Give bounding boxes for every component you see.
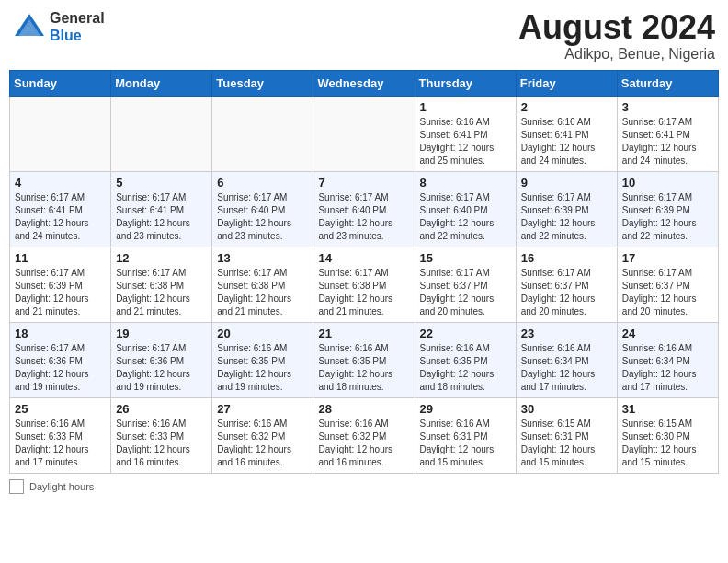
day-info: Sunrise: 6:16 AM Sunset: 6:35 PM Dayligh… — [217, 342, 308, 394]
calendar-cell: 22Sunrise: 6:16 AM Sunset: 6:35 PM Dayli… — [415, 322, 516, 397]
day-info: Sunrise: 6:16 AM Sunset: 6:32 PM Dayligh… — [318, 418, 409, 469]
day-info: Sunrise: 6:16 AM Sunset: 6:34 PM Dayligh… — [622, 342, 713, 394]
day-info: Sunrise: 6:17 AM Sunset: 6:41 PM Dayligh… — [622, 116, 713, 167]
calendar-cell: 31Sunrise: 6:15 AM Sunset: 6:30 PM Dayli… — [617, 397, 718, 473]
day-info: Sunrise: 6:16 AM Sunset: 6:35 PM Dayligh… — [318, 342, 409, 394]
day-number: 10 — [622, 176, 713, 190]
calendar-cell: 4Sunrise: 6:17 AM Sunset: 6:41 PM Daylig… — [10, 171, 111, 247]
day-number: 4 — [15, 176, 106, 190]
calendar-cell: 12Sunrise: 6:17 AM Sunset: 6:38 PM Dayli… — [111, 247, 212, 322]
calendar-cell: 3Sunrise: 6:17 AM Sunset: 6:41 PM Daylig… — [617, 96, 718, 171]
calendar-header-row: SundayMondayTuesdayWednesdayThursdayFrid… — [10, 70, 719, 96]
day-number: 6 — [217, 176, 308, 190]
day-number: 31 — [622, 402, 713, 416]
day-number: 30 — [521, 402, 612, 416]
day-info: Sunrise: 6:17 AM Sunset: 6:36 PM Dayligh… — [116, 342, 207, 394]
title-block: August 2024 Adikpo, Benue, Nigeria — [518, 9, 715, 63]
calendar-cell: 20Sunrise: 6:16 AM Sunset: 6:35 PM Dayli… — [212, 322, 313, 397]
calendar-cell: 25Sunrise: 6:16 AM Sunset: 6:33 PM Dayli… — [10, 397, 111, 473]
day-info: Sunrise: 6:17 AM Sunset: 6:36 PM Dayligh… — [15, 342, 106, 394]
calendar-cell: 10Sunrise: 6:17 AM Sunset: 6:39 PM Dayli… — [617, 171, 718, 247]
calendar-day-header: Friday — [516, 70, 617, 96]
day-info: Sunrise: 6:16 AM Sunset: 6:32 PM Dayligh… — [217, 418, 308, 469]
day-number: 11 — [15, 251, 106, 265]
calendar-cell: 23Sunrise: 6:16 AM Sunset: 6:34 PM Dayli… — [516, 322, 617, 397]
day-info: Sunrise: 6:17 AM Sunset: 6:40 PM Dayligh… — [420, 191, 511, 243]
calendar-cell: 9Sunrise: 6:17 AM Sunset: 6:39 PM Daylig… — [516, 171, 617, 247]
calendar-cell: 16Sunrise: 6:17 AM Sunset: 6:37 PM Dayli… — [516, 247, 617, 322]
calendar-day-header: Sunday — [10, 70, 111, 96]
day-info: Sunrise: 6:16 AM Sunset: 6:33 PM Dayligh… — [116, 418, 207, 469]
calendar-day-header: Saturday — [617, 70, 718, 96]
calendar-cell: 14Sunrise: 6:17 AM Sunset: 6:38 PM Dayli… — [313, 247, 415, 322]
calendar-week-row: 4Sunrise: 6:17 AM Sunset: 6:41 PM Daylig… — [10, 171, 719, 247]
day-number: 25 — [15, 402, 106, 416]
day-number: 12 — [116, 251, 207, 265]
day-number: 19 — [116, 327, 207, 340]
day-number: 28 — [318, 402, 409, 416]
calendar-cell: 7Sunrise: 6:17 AM Sunset: 6:40 PM Daylig… — [313, 171, 415, 247]
day-info: Sunrise: 6:16 AM Sunset: 6:35 PM Dayligh… — [420, 342, 511, 394]
day-number: 13 — [217, 251, 308, 265]
daylight-label: Daylight hours — [29, 481, 94, 492]
calendar-cell: 29Sunrise: 6:16 AM Sunset: 6:31 PM Dayli… — [415, 397, 516, 473]
day-info: Sunrise: 6:15 AM Sunset: 6:31 PM Dayligh… — [521, 418, 612, 469]
calendar-cell: 11Sunrise: 6:17 AM Sunset: 6:39 PM Dayli… — [10, 247, 111, 322]
calendar-cell: 8Sunrise: 6:17 AM Sunset: 6:40 PM Daylig… — [415, 171, 516, 247]
calendar-cell: 27Sunrise: 6:16 AM Sunset: 6:32 PM Dayli… — [212, 397, 313, 473]
day-number: 5 — [116, 176, 207, 190]
calendar-table: SundayMondayTuesdayWednesdayThursdayFrid… — [9, 70, 719, 474]
day-number: 23 — [521, 327, 612, 340]
calendar-week-row: 1Sunrise: 6:16 AM Sunset: 6:41 PM Daylig… — [10, 96, 719, 171]
day-number: 26 — [116, 402, 207, 416]
logo-general: General — [50, 10, 105, 26]
calendar-cell: 18Sunrise: 6:17 AM Sunset: 6:36 PM Dayli… — [10, 322, 111, 397]
day-info: Sunrise: 6:17 AM Sunset: 6:41 PM Dayligh… — [15, 191, 106, 243]
day-number: 21 — [318, 327, 409, 340]
day-info: Sunrise: 6:17 AM Sunset: 6:40 PM Dayligh… — [318, 191, 409, 243]
calendar-cell: 13Sunrise: 6:17 AM Sunset: 6:38 PM Dayli… — [212, 247, 313, 322]
day-info: Sunrise: 6:17 AM Sunset: 6:40 PM Dayligh… — [217, 191, 308, 243]
day-info: Sunrise: 6:17 AM Sunset: 6:39 PM Dayligh… — [15, 267, 106, 318]
day-number: 18 — [15, 327, 106, 340]
day-number: 1 — [420, 100, 511, 114]
month-year: August 2024 — [518, 9, 715, 46]
day-info: Sunrise: 6:16 AM Sunset: 6:41 PM Dayligh… — [521, 116, 612, 167]
calendar-cell: 6Sunrise: 6:17 AM Sunset: 6:40 PM Daylig… — [212, 171, 313, 247]
calendar-cell: 1Sunrise: 6:16 AM Sunset: 6:41 PM Daylig… — [415, 96, 516, 171]
day-info: Sunrise: 6:17 AM Sunset: 6:41 PM Dayligh… — [116, 191, 207, 243]
day-number: 22 — [420, 327, 511, 340]
day-info: Sunrise: 6:17 AM Sunset: 6:39 PM Dayligh… — [622, 191, 713, 243]
page-header: General Blue August 2024 Adikpo, Benue, … — [9, 9, 719, 63]
day-number: 9 — [521, 176, 612, 190]
day-number: 20 — [217, 327, 308, 340]
calendar-week-row: 18Sunrise: 6:17 AM Sunset: 6:36 PM Dayli… — [10, 322, 719, 397]
calendar-cell — [313, 96, 415, 171]
calendar-cell: 2Sunrise: 6:16 AM Sunset: 6:41 PM Daylig… — [516, 96, 617, 171]
logo-blue: Blue — [50, 28, 82, 43]
day-number: 16 — [521, 251, 612, 265]
day-number: 17 — [622, 251, 713, 265]
day-info: Sunrise: 6:15 AM Sunset: 6:30 PM Dayligh… — [622, 418, 713, 469]
day-info: Sunrise: 6:17 AM Sunset: 6:38 PM Dayligh… — [318, 267, 409, 318]
calendar-day-header: Thursday — [415, 70, 516, 96]
calendar-day-header: Tuesday — [212, 70, 313, 96]
day-info: Sunrise: 6:17 AM Sunset: 6:38 PM Dayligh… — [116, 267, 207, 318]
calendar-cell: 26Sunrise: 6:16 AM Sunset: 6:33 PM Dayli… — [111, 397, 212, 473]
day-info: Sunrise: 6:16 AM Sunset: 6:31 PM Dayligh… — [420, 418, 511, 469]
day-info: Sunrise: 6:16 AM Sunset: 6:41 PM Dayligh… — [420, 116, 511, 167]
day-info: Sunrise: 6:17 AM Sunset: 6:37 PM Dayligh… — [521, 267, 612, 318]
day-number: 8 — [420, 176, 511, 190]
calendar-cell: 21Sunrise: 6:16 AM Sunset: 6:35 PM Dayli… — [313, 322, 415, 397]
day-number: 3 — [622, 100, 713, 114]
calendar-cell: 30Sunrise: 6:15 AM Sunset: 6:31 PM Dayli… — [516, 397, 617, 473]
calendar-cell: 24Sunrise: 6:16 AM Sunset: 6:34 PM Dayli… — [617, 322, 718, 397]
calendar-cell: 5Sunrise: 6:17 AM Sunset: 6:41 PM Daylig… — [111, 171, 212, 247]
calendar-week-row: 11Sunrise: 6:17 AM Sunset: 6:39 PM Dayli… — [10, 247, 719, 322]
day-info: Sunrise: 6:16 AM Sunset: 6:33 PM Dayligh… — [15, 418, 106, 469]
day-number: 15 — [420, 251, 511, 265]
day-number: 29 — [420, 402, 511, 416]
location: Adikpo, Benue, Nigeria — [518, 46, 715, 63]
day-info: Sunrise: 6:17 AM Sunset: 6:39 PM Dayligh… — [521, 191, 612, 243]
calendar-cell: 17Sunrise: 6:17 AM Sunset: 6:37 PM Dayli… — [617, 247, 718, 322]
